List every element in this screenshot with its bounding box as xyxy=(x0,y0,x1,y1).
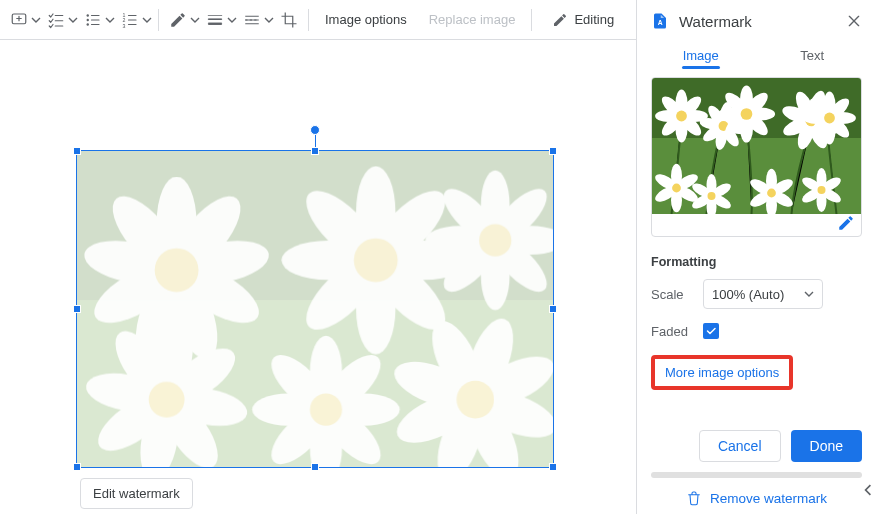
svg-point-37 xyxy=(479,224,511,256)
faded-label: Faded xyxy=(651,324,693,339)
svg-point-3 xyxy=(87,23,89,25)
svg-point-76 xyxy=(676,111,687,122)
panel-title: Watermark xyxy=(679,13,836,30)
more-image-options-link[interactable]: More image options xyxy=(665,365,779,380)
remove-watermark-button[interactable]: Remove watermark xyxy=(637,484,876,514)
toolbar-separator xyxy=(308,9,309,31)
panel-footer: Cancel Done xyxy=(637,418,876,468)
trash-icon xyxy=(686,490,702,506)
border-dash-icon xyxy=(243,11,261,29)
tab-text[interactable]: Text xyxy=(757,40,869,73)
close-icon[interactable] xyxy=(846,13,862,29)
border-color-dropdown[interactable] xyxy=(165,6,200,34)
resize-handle-nw[interactable] xyxy=(73,147,81,155)
checklist-icon xyxy=(47,11,65,29)
edit-watermark-button[interactable]: Edit watermark xyxy=(80,478,193,509)
scale-select[interactable]: 100% (Auto) xyxy=(703,279,823,309)
watermark-thumbnail xyxy=(652,78,861,214)
document-canvas[interactable]: Edit watermark xyxy=(0,40,636,514)
svg-text:3: 3 xyxy=(123,22,126,28)
crop-icon xyxy=(280,11,298,29)
panel-header: A Watermark xyxy=(637,0,876,40)
checklist-dropdown[interactable] xyxy=(43,6,78,34)
image-options-button[interactable]: Image options xyxy=(315,6,417,34)
add-comment-icon xyxy=(10,11,28,29)
side-panel-collapse-icon[interactable] xyxy=(862,484,874,496)
replace-image-button: Replace image xyxy=(419,6,526,34)
image-preview xyxy=(651,77,862,237)
bulleted-list-icon xyxy=(84,11,102,29)
scale-label: Scale xyxy=(651,287,693,302)
svg-point-94 xyxy=(741,108,753,120)
tab-image[interactable]: Image xyxy=(645,40,757,73)
scale-value: 100% (Auto) xyxy=(712,287,784,302)
svg-point-64 xyxy=(457,381,495,419)
chevron-down-icon xyxy=(105,15,115,25)
check-icon xyxy=(705,325,717,337)
chevron-down-icon xyxy=(31,15,41,25)
svg-point-140 xyxy=(818,186,826,194)
faded-checkbox[interactable] xyxy=(703,323,719,339)
more-image-options-highlight: More image options xyxy=(651,355,793,390)
bulleted-list-dropdown[interactable] xyxy=(80,6,115,34)
remove-watermark-label: Remove watermark xyxy=(710,491,827,506)
pencil-icon xyxy=(552,12,568,28)
svg-point-133 xyxy=(767,189,776,198)
svg-point-55 xyxy=(310,393,342,425)
resize-handle-s[interactable] xyxy=(311,463,319,471)
svg-point-1 xyxy=(87,14,89,16)
svg-point-46 xyxy=(149,382,185,418)
scale-row: Scale 100% (Auto) xyxy=(651,279,862,309)
watermark-panel: A Watermark Image Text xyxy=(636,0,876,514)
page: Edit watermark xyxy=(0,40,636,514)
watermark-image xyxy=(77,151,553,467)
svg-point-19 xyxy=(155,248,199,292)
resize-handle-ne[interactable] xyxy=(549,147,557,155)
resize-handle-w[interactable] xyxy=(73,305,81,313)
numbered-list-icon: 123 xyxy=(121,11,139,29)
editing-mode-label: Editing xyxy=(574,12,614,27)
done-button[interactable]: Done xyxy=(791,430,862,462)
svg-point-2 xyxy=(87,18,89,20)
border-weight-dropdown[interactable] xyxy=(202,6,237,34)
pencil-icon xyxy=(169,11,187,29)
crop-button[interactable] xyxy=(276,6,302,34)
add-comment-dropdown[interactable] xyxy=(6,6,41,34)
toolbar-separator xyxy=(531,9,532,31)
svg-point-119 xyxy=(672,184,681,193)
chevron-down-icon xyxy=(190,15,200,25)
document-icon: A xyxy=(651,10,669,32)
resize-handle-n[interactable] xyxy=(311,147,319,155)
edit-image-icon[interactable] xyxy=(837,214,855,232)
svg-text:A: A xyxy=(658,19,663,26)
faded-row: Faded xyxy=(651,323,862,339)
resize-handle-e[interactable] xyxy=(549,305,557,313)
rotation-handle[interactable] xyxy=(310,125,320,135)
resize-handle-se[interactable] xyxy=(549,463,557,471)
toolbar-separator xyxy=(158,9,159,31)
chevron-down-icon xyxy=(227,15,237,25)
chevron-down-icon xyxy=(68,15,78,25)
panel-scrollbar[interactable] xyxy=(651,472,862,478)
line-weight-icon xyxy=(206,11,224,29)
chevron-down-icon xyxy=(264,15,274,25)
chevron-down-icon xyxy=(804,289,814,299)
watermark-image-selection[interactable] xyxy=(76,150,554,468)
formatting-heading: Formatting xyxy=(651,255,862,269)
svg-point-112 xyxy=(824,113,835,124)
panel-tabs: Image Text xyxy=(637,40,876,73)
resize-handle-sw[interactable] xyxy=(73,463,81,471)
svg-point-126 xyxy=(708,192,716,200)
border-dash-dropdown[interactable] xyxy=(239,6,274,34)
cancel-button[interactable]: Cancel xyxy=(699,430,781,462)
svg-point-28 xyxy=(354,238,398,282)
panel-body: Formatting Scale 100% (Auto) Faded More … xyxy=(637,73,876,418)
chevron-down-icon xyxy=(142,15,152,25)
numbered-list-dropdown[interactable]: 123 xyxy=(117,6,152,34)
